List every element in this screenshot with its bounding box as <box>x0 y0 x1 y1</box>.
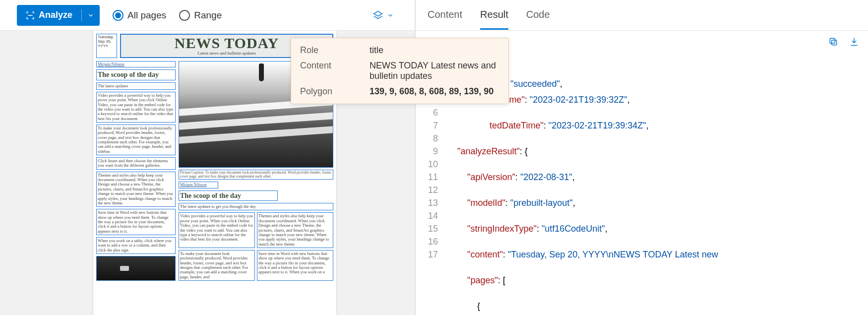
left-toolbar: Analyze All pages Range <box>0 0 415 31</box>
bbox-para[interactable]: Themes and styles also help keep your do… <box>96 172 176 207</box>
bbox-para[interactable]: Save time in Word with new buttons that … <box>96 209 176 235</box>
popover-content-label: Content <box>300 61 370 81</box>
bbox-para[interactable]: Save time in Word with new buttons that … <box>257 250 333 281</box>
bbox-author[interactable]: Mirjam Nilsson <box>179 182 218 188</box>
bbox-date[interactable]: Tuesday, Sep 20, YYYY <box>96 34 117 58</box>
bbox-para[interactable]: To make your document look professionall… <box>179 250 255 281</box>
radio-range[interactable]: Range <box>179 10 222 21</box>
radio-all-pages[interactable]: All pages <box>113 10 166 21</box>
tab-result[interactable]: Result <box>480 1 508 30</box>
analyze-dropdown[interactable] <box>82 12 100 19</box>
bbox-para[interactable]: Click Insert and then choose the element… <box>96 157 176 170</box>
popover-content-value: NEWS TODAY Latest news and bulletin upda… <box>370 61 499 81</box>
page-range-radio-group: All pages Range <box>113 10 222 21</box>
bbox-para[interactable]: Video provides a powerful way to help yo… <box>179 212 255 248</box>
copy-icon <box>828 37 838 47</box>
tab-content[interactable]: Content <box>428 1 462 30</box>
download-icon <box>849 37 859 47</box>
scan-icon <box>26 11 35 20</box>
svg-rect-1 <box>832 40 837 45</box>
bbox-para[interactable]: When you work on a table, click where yo… <box>96 237 176 254</box>
bbox-author[interactable]: Mirjam Nilsson <box>96 61 176 67</box>
layers-dropdown[interactable] <box>373 10 394 20</box>
element-details-popover: Role title Content NEWS TODAY Latest new… <box>291 38 509 104</box>
popover-polygon-value: 139, 9, 608, 8, 608, 89, 139, 90 <box>370 86 499 97</box>
tab-code[interactable]: Code <box>526 1 550 30</box>
chevron-down-icon <box>87 12 94 19</box>
layers-icon <box>373 10 383 20</box>
svg-marker-0 <box>374 11 382 16</box>
popover-role-label: Role <box>300 45 370 56</box>
bbox-para[interactable]: To make your document look professionall… <box>96 125 176 155</box>
code-fragment-overflow: : "succeeded", <box>505 77 562 90</box>
bbox-subheading[interactable]: The latest updates to get you through th… <box>179 203 333 210</box>
bbox-headline[interactable]: The scoop of the day <box>96 69 176 80</box>
bbox-headline[interactable]: The scoop of the day <box>179 190 278 201</box>
popover-role-value: title <box>370 45 499 56</box>
copy-button[interactable] <box>828 37 838 49</box>
bbox-para[interactable]: Themes and styles also help keep your do… <box>257 212 333 248</box>
radio-icon <box>113 10 124 21</box>
bbox-image[interactable] <box>96 256 176 281</box>
radio-icon <box>179 10 190 21</box>
analyze-button[interactable]: Analyze <box>17 5 100 26</box>
bbox-caption[interactable]: Picture Caption: To make your document l… <box>179 170 333 180</box>
chevron-down-icon <box>387 12 394 19</box>
bbox-para[interactable]: Video provides a powerful way to help yo… <box>96 92 176 123</box>
result-tabs: Content Result Code <box>416 0 868 31</box>
bbox-subheading[interactable]: The latest updates <box>96 82 176 90</box>
download-button[interactable] <box>849 37 859 49</box>
popover-polygon-label: Polygon <box>300 86 370 97</box>
analyze-label: Analyze <box>39 10 72 20</box>
svg-rect-2 <box>830 38 835 43</box>
